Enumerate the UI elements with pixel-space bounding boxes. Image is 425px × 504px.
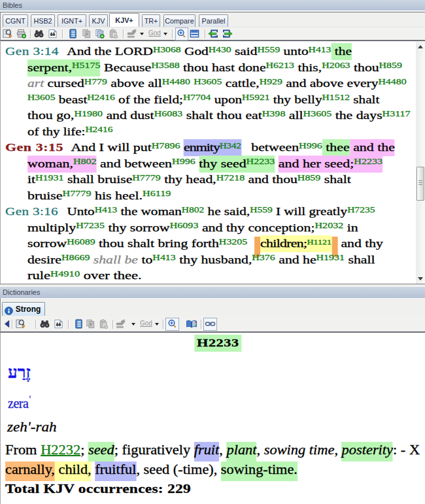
svg-text:F: F [90,322,93,327]
svg-text:F: F [86,32,88,37]
